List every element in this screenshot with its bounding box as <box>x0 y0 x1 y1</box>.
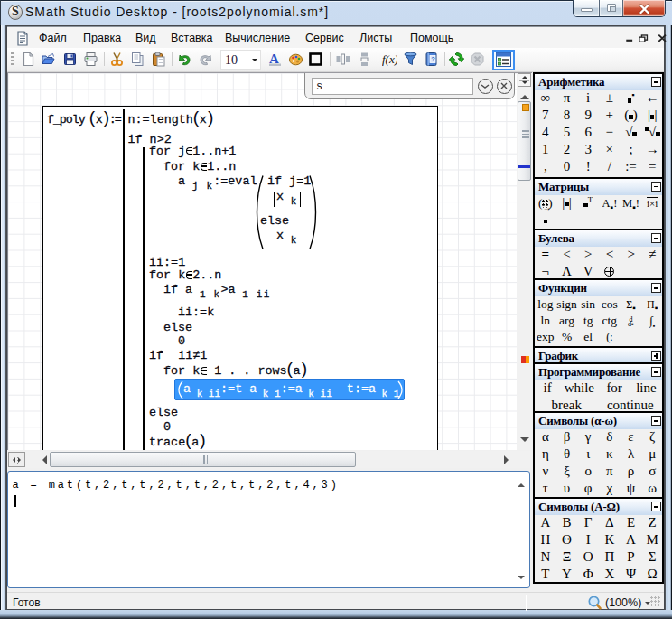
svg-text:f(x): f(x) <box>382 52 397 66</box>
svg-text:?: ? <box>431 55 435 63</box>
